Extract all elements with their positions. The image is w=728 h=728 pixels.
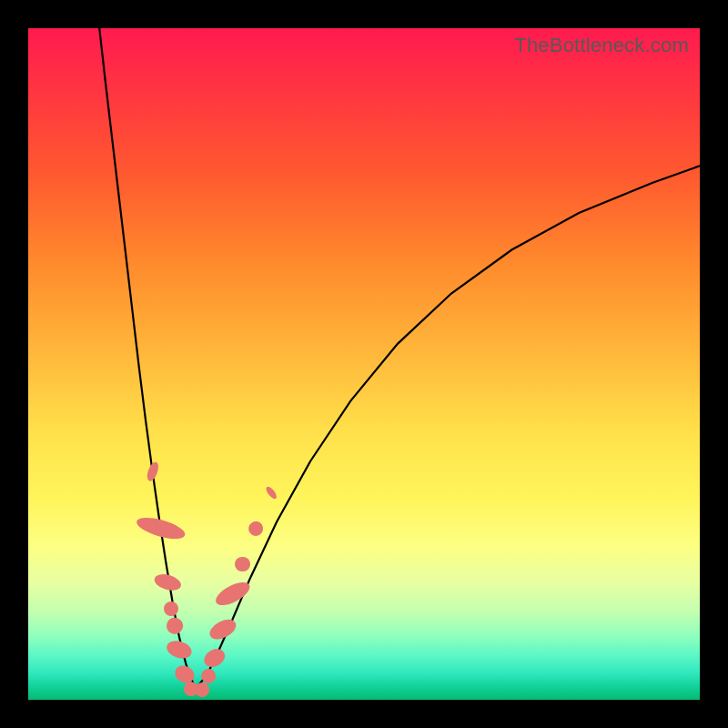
chart-frame: TheBottleneck.com [0, 0, 728, 728]
left-curve [99, 28, 196, 688]
plot-area: TheBottleneck.com [28, 28, 700, 700]
curves-svg [28, 28, 700, 700]
right-curve [197, 166, 701, 687]
